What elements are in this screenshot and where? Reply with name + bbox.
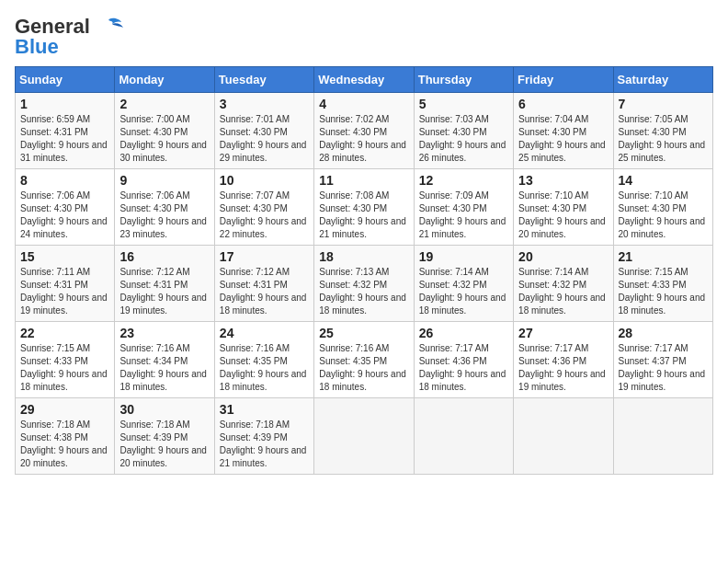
- day-info: Sunrise: 7:18 AMSunset: 4:39 PMDaylight:…: [220, 419, 307, 468]
- day-number: 30: [119, 402, 209, 417]
- day-info: Sunrise: 7:04 AMSunset: 4:30 PMDaylight:…: [518, 114, 606, 163]
- header: General Blue: [15, 15, 713, 59]
- calendar-cell: 29 Sunrise: 7:18 AMSunset: 4:38 PMDaylig…: [16, 398, 115, 475]
- calendar-cell: 19 Sunrise: 7:14 AMSunset: 4:32 PMDaylig…: [414, 246, 513, 322]
- day-info: Sunrise: 7:03 AMSunset: 4:30 PMDaylight:…: [419, 114, 506, 163]
- calendar-table: SundayMondayTuesdayWednesdayThursdayFrid…: [15, 66, 713, 475]
- calendar-cell: 15 Sunrise: 7:11 AMSunset: 4:31 PMDaylig…: [16, 246, 115, 322]
- day-number: 24: [220, 326, 309, 340]
- calendar-cell: 18 Sunrise: 7:13 AMSunset: 4:32 PMDaylig…: [314, 246, 414, 322]
- calendar-cell: 23 Sunrise: 7:16 AMSunset: 4:34 PMDaylig…: [115, 322, 214, 398]
- week-row-4: 22 Sunrise: 7:15 AMSunset: 4:33 PMDaylig…: [16, 322, 713, 398]
- day-info: Sunrise: 7:16 AMSunset: 4:35 PMDaylight:…: [220, 343, 307, 392]
- day-info: Sunrise: 7:00 AMSunset: 4:30 PMDaylight:…: [119, 114, 207, 163]
- day-number: 25: [319, 326, 408, 340]
- day-info: Sunrise: 6:59 AMSunset: 4:31 PMDaylight:…: [20, 114, 108, 163]
- day-number: 16: [119, 249, 209, 264]
- calendar-cell: 17 Sunrise: 7:12 AMSunset: 4:31 PMDaylig…: [214, 246, 313, 322]
- calendar-cell: 22 Sunrise: 7:15 AMSunset: 4:33 PMDaylig…: [16, 322, 115, 398]
- calendar-cell: 26 Sunrise: 7:17 AMSunset: 4:36 PMDaylig…: [414, 322, 513, 398]
- day-number: 7: [619, 97, 708, 111]
- day-info: Sunrise: 7:02 AMSunset: 4:30 PMDaylight:…: [319, 114, 406, 163]
- week-row-1: 1 Sunrise: 6:59 AMSunset: 4:31 PMDayligh…: [16, 93, 713, 169]
- day-header-sunday: Sunday: [16, 67, 115, 93]
- day-info: Sunrise: 7:14 AMSunset: 4:32 PMDaylight:…: [419, 267, 506, 316]
- day-number: 6: [518, 97, 608, 111]
- calendar-cell: 25 Sunrise: 7:16 AMSunset: 4:35 PMDaylig…: [314, 322, 414, 398]
- day-info: Sunrise: 7:08 AMSunset: 4:30 PMDaylight:…: [319, 190, 406, 239]
- calendar-cell: 9 Sunrise: 7:06 AMSunset: 4:30 PMDayligh…: [115, 169, 214, 246]
- day-number: 5: [419, 97, 508, 111]
- calendar-cell: 13 Sunrise: 7:10 AMSunset: 4:30 PMDaylig…: [514, 169, 613, 246]
- logo: General Blue: [15, 15, 123, 59]
- calendar-cell: 2 Sunrise: 7:00 AMSunset: 4:30 PMDayligh…: [115, 93, 214, 169]
- calendar-cell: 20 Sunrise: 7:14 AMSunset: 4:32 PMDaylig…: [514, 246, 613, 322]
- day-header-tuesday: Tuesday: [214, 67, 313, 93]
- day-number: 13: [518, 173, 608, 188]
- day-info: Sunrise: 7:09 AMSunset: 4:30 PMDaylight:…: [419, 190, 506, 239]
- calendar-cell: [613, 398, 712, 475]
- day-number: 10: [220, 173, 309, 188]
- day-number: 28: [619, 326, 708, 340]
- day-info: Sunrise: 7:16 AMSunset: 4:34 PMDaylight:…: [119, 343, 207, 392]
- logo-blue: Blue: [15, 35, 59, 59]
- day-number: 26: [419, 326, 508, 340]
- day-info: Sunrise: 7:10 AMSunset: 4:30 PMDaylight:…: [619, 190, 706, 239]
- day-info: Sunrise: 7:01 AMSunset: 4:30 PMDaylight:…: [220, 114, 307, 163]
- day-number: 27: [518, 326, 608, 340]
- day-info: Sunrise: 7:15 AMSunset: 4:33 PMDaylight:…: [619, 267, 706, 316]
- day-number: 29: [20, 402, 109, 417]
- day-number: 4: [319, 97, 408, 111]
- day-number: 19: [419, 249, 508, 264]
- calendar-cell: 5 Sunrise: 7:03 AMSunset: 4:30 PMDayligh…: [414, 93, 513, 169]
- day-info: Sunrise: 7:17 AMSunset: 4:36 PMDaylight:…: [518, 343, 606, 392]
- calendar-cell: 12 Sunrise: 7:09 AMSunset: 4:30 PMDaylig…: [414, 169, 513, 246]
- calendar-cell: 1 Sunrise: 6:59 AMSunset: 4:31 PMDayligh…: [16, 93, 115, 169]
- day-number: 21: [619, 249, 708, 264]
- calendar-cell: 11 Sunrise: 7:08 AMSunset: 4:30 PMDaylig…: [314, 169, 414, 246]
- day-info: Sunrise: 7:11 AMSunset: 4:31 PMDaylight:…: [20, 267, 108, 316]
- day-number: 18: [319, 249, 408, 264]
- day-number: 14: [619, 173, 708, 188]
- day-info: Sunrise: 7:05 AMSunset: 4:30 PMDaylight:…: [619, 114, 706, 163]
- day-info: Sunrise: 7:12 AMSunset: 4:31 PMDaylight:…: [220, 267, 307, 316]
- calendar-cell: 3 Sunrise: 7:01 AMSunset: 4:30 PMDayligh…: [214, 93, 313, 169]
- day-number: 15: [20, 249, 109, 264]
- calendar-cell: [414, 398, 513, 475]
- calendar-cell: 31 Sunrise: 7:18 AMSunset: 4:39 PMDaylig…: [214, 398, 313, 475]
- day-number: 2: [119, 97, 209, 111]
- day-number: 11: [319, 173, 408, 188]
- day-header-thursday: Thursday: [414, 67, 513, 93]
- calendar-cell: 10 Sunrise: 7:07 AMSunset: 4:30 PMDaylig…: [214, 169, 313, 246]
- day-number: 8: [20, 173, 109, 188]
- day-number: 12: [419, 173, 508, 188]
- day-info: Sunrise: 7:18 AMSunset: 4:38 PMDaylight:…: [20, 419, 108, 468]
- day-info: Sunrise: 7:17 AMSunset: 4:37 PMDaylight:…: [619, 343, 706, 392]
- week-row-2: 8 Sunrise: 7:06 AMSunset: 4:30 PMDayligh…: [16, 169, 713, 246]
- day-number: 20: [518, 249, 608, 264]
- calendar-cell: 4 Sunrise: 7:02 AMSunset: 4:30 PMDayligh…: [314, 93, 414, 169]
- calendar-cell: 30 Sunrise: 7:18 AMSunset: 4:39 PMDaylig…: [115, 398, 214, 475]
- day-info: Sunrise: 7:10 AMSunset: 4:30 PMDaylight:…: [518, 190, 606, 239]
- day-info: Sunrise: 7:06 AMSunset: 4:30 PMDaylight:…: [119, 190, 207, 239]
- day-number: 23: [119, 326, 209, 340]
- day-number: 22: [20, 326, 109, 340]
- day-number: 31: [220, 402, 309, 417]
- day-header-monday: Monday: [115, 67, 214, 93]
- days-header-row: SundayMondayTuesdayWednesdayThursdayFrid…: [16, 67, 713, 93]
- day-number: 9: [119, 173, 209, 188]
- day-header-saturday: Saturday: [613, 67, 712, 93]
- calendar-cell: 8 Sunrise: 7:06 AMSunset: 4:30 PMDayligh…: [16, 169, 115, 246]
- day-info: Sunrise: 7:12 AMSunset: 4:31 PMDaylight:…: [119, 267, 207, 316]
- calendar-cell: 14 Sunrise: 7:10 AMSunset: 4:30 PMDaylig…: [613, 169, 712, 246]
- day-header-wednesday: Wednesday: [314, 67, 414, 93]
- day-info: Sunrise: 7:17 AMSunset: 4:36 PMDaylight:…: [419, 343, 506, 392]
- logo-bird-icon: [94, 17, 123, 37]
- day-number: 1: [20, 97, 109, 111]
- calendar-cell: 16 Sunrise: 7:12 AMSunset: 4:31 PMDaylig…: [115, 246, 214, 322]
- day-info: Sunrise: 7:15 AMSunset: 4:33 PMDaylight:…: [20, 343, 108, 392]
- day-info: Sunrise: 7:07 AMSunset: 4:30 PMDaylight:…: [220, 190, 307, 239]
- day-header-friday: Friday: [514, 67, 613, 93]
- day-number: 3: [220, 97, 309, 111]
- week-row-5: 29 Sunrise: 7:18 AMSunset: 4:38 PMDaylig…: [16, 398, 713, 475]
